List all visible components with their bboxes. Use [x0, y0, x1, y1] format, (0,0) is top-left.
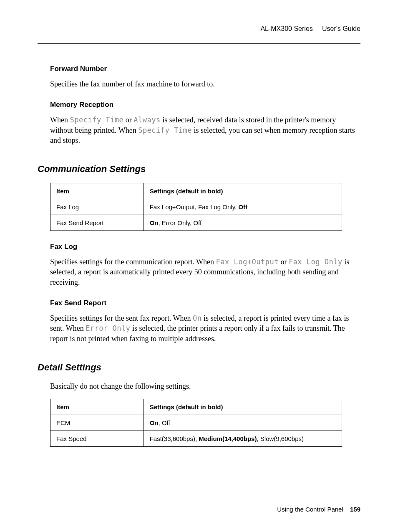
table-row: Fax Log Fax Log+Output, Fax Log Only, Of…	[50, 199, 342, 215]
table-head-settings: Settings (default in bold)	[144, 399, 342, 415]
detail-settings-table: Item Settings (default in bold) ECM On, …	[50, 399, 342, 447]
header-rule	[38, 43, 360, 44]
table-head-row: Item Settings (default in bold)	[50, 399, 342, 415]
table-settings: Fast(33,600bps), Medium(14,400bps), Slow…	[144, 431, 342, 447]
text-fragment: or	[123, 116, 134, 124]
settings-post: , Off	[159, 419, 170, 426]
settings-post: , Slow(9,600bps)	[257, 435, 304, 442]
forward-number-body: Specifies the fax number of fax machine …	[50, 79, 360, 89]
table-head-item: Item	[50, 183, 144, 199]
fax-send-report-body: Specifies settings for the sent fax repo…	[50, 313, 360, 344]
table-item: ECM	[50, 415, 144, 431]
footer-chapter: Using the Control Panel	[277, 506, 343, 513]
table-item: Fax Speed	[50, 431, 144, 447]
lcd-text: On	[193, 314, 202, 322]
fax-log-body: Specifies settings for the communication…	[50, 257, 360, 287]
table-row: Fax Speed Fast(33,600bps), Medium(14,400…	[50, 431, 342, 447]
product-name: AL-MX300 Series	[260, 25, 312, 32]
lcd-text: Error Only	[86, 324, 130, 332]
settings-post: , Error Only, Off	[159, 219, 202, 226]
lcd-text: Always	[134, 116, 160, 124]
running-header: AL-MX300 Series User's Guide	[38, 25, 360, 35]
lcd-text: Specify Time	[138, 126, 192, 134]
memory-reception-body: When Specify Time or Always is selected,…	[50, 115, 360, 145]
table-settings: Fax Log+Output, Fax Log Only, Off	[144, 199, 342, 215]
communication-settings-heading: Communication Settings	[38, 164, 360, 175]
lcd-text: Fax Log Only	[289, 258, 343, 266]
table-row: Fax Send Report On, Error Only, Off	[50, 215, 342, 231]
table-item: Fax Log	[50, 199, 144, 215]
detail-settings-heading: Detail Settings	[38, 362, 360, 373]
lcd-text: Fax Log+Output	[216, 258, 279, 266]
memory-reception-heading: Memory Reception	[50, 101, 360, 109]
fax-log-heading: Fax Log	[50, 243, 360, 251]
page-footer: Using the Control Panel 159	[277, 506, 360, 513]
table-head-item: Item	[50, 399, 144, 415]
table-row: ECM On, Off	[50, 415, 342, 431]
settings-pre: Fax Log+Output, Fax Log Only,	[150, 203, 239, 210]
communication-settings-table: Item Settings (default in bold) Fax Log …	[50, 183, 342, 231]
settings-default: On	[150, 219, 159, 226]
lcd-text: Specify Time	[70, 116, 123, 124]
table-item: Fax Send Report	[50, 215, 144, 231]
content-area: Forward Number Specifies the fax number …	[50, 65, 360, 145]
footer-page-number: 159	[350, 506, 360, 513]
settings-pre: Fast(33,600bps),	[150, 435, 199, 442]
detail-settings-section: Basically do not change the following se…	[50, 381, 360, 447]
page: AL-MX300 Series User's Guide Forward Num…	[0, 0, 398, 532]
settings-default: Off	[238, 203, 247, 210]
text-fragment: Specifies settings for the communication…	[50, 258, 216, 266]
communication-settings-section: Item Settings (default in bold) Fax Log …	[50, 183, 360, 344]
fax-send-report-heading: Fax Send Report	[50, 299, 360, 307]
table-head-settings: Settings (default in bold)	[144, 183, 342, 199]
table-settings: On, Error Only, Off	[144, 215, 342, 231]
table-settings: On, Off	[144, 415, 342, 431]
settings-default: On	[150, 419, 159, 426]
forward-number-heading: Forward Number	[50, 65, 360, 73]
settings-default: Medium(14,400bps)	[199, 435, 257, 442]
text-fragment: Specifies settings for the sent fax repo…	[50, 314, 193, 322]
text-fragment: When	[50, 116, 70, 124]
text-fragment: or	[279, 258, 289, 266]
table-head-row: Item Settings (default in bold)	[50, 183, 342, 199]
doc-type: User's Guide	[322, 25, 360, 32]
detail-settings-intro: Basically do not change the following se…	[50, 381, 360, 391]
